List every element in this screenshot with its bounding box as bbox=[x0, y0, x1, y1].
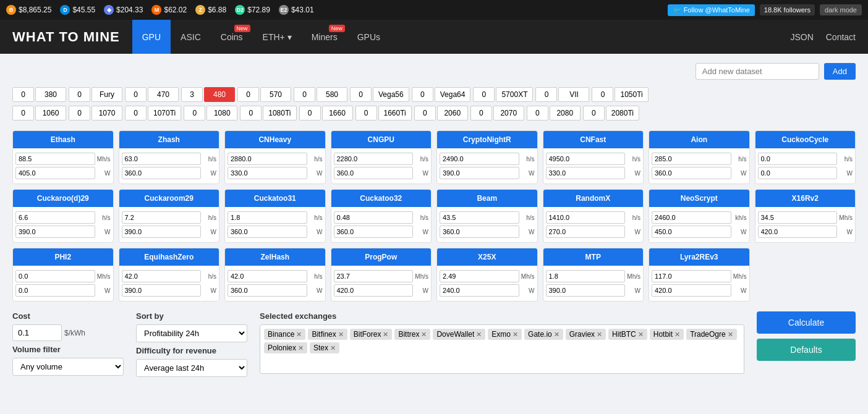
nav-link-asic[interactable]: ASIC bbox=[171, 20, 211, 54]
algo-header-ethash[interactable]: Ethash bbox=[13, 131, 113, 148]
algo-hashrate-input[interactable] bbox=[652, 153, 731, 165]
algo-power-input[interactable] bbox=[758, 226, 838, 238]
algo-header-zelhash[interactable]: ZelHash bbox=[225, 248, 325, 266]
calculate-button[interactable]: Calculate bbox=[757, 311, 856, 334]
algo-power-input[interactable] bbox=[122, 226, 202, 238]
algo-power-input[interactable] bbox=[15, 167, 95, 179]
exchange-remove-dovewallet[interactable]: ✕ bbox=[476, 331, 482, 339]
algo-hashrate-input[interactable] bbox=[334, 270, 414, 282]
algo-power-input[interactable] bbox=[122, 284, 202, 297]
algo-hashrate-input[interactable] bbox=[228, 211, 307, 224]
algo-power-input[interactable] bbox=[334, 226, 414, 238]
nav-link-eth+[interactable]: ETH+ ▾ bbox=[253, 20, 302, 54]
algo-header-cryptonightr[interactable]: CryptoNightR bbox=[437, 131, 537, 148]
gpu-count-580[interactable] bbox=[294, 87, 315, 102]
algo-hashrate-input[interactable] bbox=[652, 211, 731, 224]
exchange-remove-tradeogre[interactable]: ✕ bbox=[728, 331, 733, 339]
nav-link-gpus[interactable]: GPUs bbox=[347, 20, 390, 54]
nav-right-contact[interactable]: Contact bbox=[826, 32, 856, 42]
volume-dropdown[interactable]: Any volume bbox=[12, 358, 124, 376]
gpu-count-1660[interactable] bbox=[299, 106, 321, 120]
algo-hashrate-input[interactable] bbox=[15, 211, 95, 224]
exchange-remove-bitforex[interactable]: ✕ bbox=[383, 331, 388, 339]
gpu-count-1080Ti[interactable] bbox=[240, 106, 262, 120]
algo-power-input[interactable] bbox=[652, 284, 731, 297]
nav-right-json[interactable]: JSON bbox=[790, 32, 813, 42]
algo-header-neoscrypt[interactable]: NeoScrypt bbox=[649, 190, 749, 207]
gpu-count-570[interactable] bbox=[237, 87, 259, 102]
algo-power-input[interactable] bbox=[334, 284, 414, 297]
algo-hashrate-input[interactable] bbox=[440, 153, 519, 165]
gpu-count-1070Ti[interactable] bbox=[125, 106, 147, 120]
exchange-remove-gate.io[interactable]: ✕ bbox=[554, 331, 560, 339]
algo-header-lyra2rev3[interactable]: Lyra2REv3 bbox=[649, 248, 749, 266]
gpu-count-Vega56[interactable] bbox=[350, 87, 372, 102]
algo-power-input[interactable] bbox=[440, 226, 519, 238]
algo-header-cuckaroom29[interactable]: Cuckaroom29 bbox=[119, 190, 219, 207]
gpu-count-1660Ti[interactable] bbox=[355, 106, 377, 120]
exchange-remove-hotbit[interactable]: ✕ bbox=[674, 331, 680, 339]
gpu-count-5700XT[interactable] bbox=[473, 87, 495, 102]
algo-hashrate-input[interactable] bbox=[122, 211, 202, 224]
gpu-count-2080[interactable] bbox=[527, 106, 548, 120]
exchange-remove-poloniex[interactable]: ✕ bbox=[298, 344, 304, 352]
algo-header-beam[interactable]: Beam bbox=[437, 190, 537, 207]
dataset-input[interactable] bbox=[696, 63, 819, 80]
exchange-remove-bitfinex[interactable]: ✕ bbox=[338, 331, 344, 339]
algo-header-zhash[interactable]: Zhash bbox=[119, 131, 219, 148]
algo-hashrate-input[interactable] bbox=[228, 153, 307, 165]
algo-power-input[interactable] bbox=[758, 167, 838, 179]
exchange-remove-exmo[interactable]: ✕ bbox=[513, 331, 518, 339]
gpu-count-480[interactable] bbox=[181, 87, 203, 102]
algo-power-input[interactable] bbox=[440, 167, 519, 179]
gpu-count-Vega64[interactable] bbox=[412, 87, 433, 102]
cost-input[interactable] bbox=[12, 324, 62, 341]
algo-header-mtp[interactable]: MTP bbox=[543, 248, 644, 266]
exchange-remove-stex[interactable]: ✕ bbox=[330, 344, 336, 352]
gpu-count-2070[interactable] bbox=[470, 106, 492, 120]
algo-hashrate-input[interactable] bbox=[546, 153, 626, 165]
algo-header-cnfast[interactable]: CNFast bbox=[543, 131, 644, 148]
algo-power-input[interactable] bbox=[334, 167, 414, 179]
algo-hashrate-input[interactable] bbox=[122, 153, 202, 165]
algo-hashrate-input[interactable] bbox=[334, 153, 414, 165]
algo-hashrate-input[interactable] bbox=[546, 211, 626, 224]
gpu-count-1080[interactable] bbox=[184, 106, 205, 120]
nav-link-miners[interactable]: MinersNew bbox=[302, 20, 347, 54]
algo-header-phi2[interactable]: PHI2 bbox=[13, 248, 113, 266]
algo-power-input[interactable] bbox=[15, 226, 95, 238]
algo-power-input[interactable] bbox=[546, 226, 626, 238]
sort-dropdown[interactable]: Profitability 24h bbox=[136, 324, 247, 342]
algo-power-input[interactable] bbox=[228, 226, 307, 238]
gpu-count-VII[interactable] bbox=[535, 87, 557, 102]
gpu-count-2080Ti[interactable] bbox=[583, 106, 605, 120]
algo-hashrate-input[interactable] bbox=[15, 270, 95, 282]
defaults-button[interactable]: Defaults bbox=[757, 339, 856, 361]
algo-header-cnheavy[interactable]: CNHeavy bbox=[225, 131, 325, 148]
gpu-count-380[interactable] bbox=[12, 87, 34, 102]
algo-hashrate-input[interactable] bbox=[122, 270, 202, 282]
algo-hashrate-input[interactable] bbox=[440, 211, 519, 224]
nav-link-gpu[interactable]: GPU bbox=[132, 20, 171, 54]
algo-header-cuckoocycle[interactable]: CuckooCycle bbox=[755, 131, 856, 148]
algo-power-input[interactable] bbox=[652, 226, 731, 238]
exchange-remove-hitbtc[interactable]: ✕ bbox=[638, 331, 644, 339]
algo-hashrate-input[interactable] bbox=[758, 153, 838, 165]
algo-header-cuckaroo-d-29[interactable]: Cuckaroo(d)29 bbox=[13, 190, 113, 207]
algo-power-input[interactable] bbox=[652, 167, 731, 179]
algo-power-input[interactable] bbox=[546, 167, 626, 179]
algo-hashrate-input[interactable] bbox=[334, 211, 414, 224]
exchange-remove-bittrex[interactable]: ✕ bbox=[421, 331, 427, 339]
gpu-count-1060[interactable] bbox=[12, 106, 34, 120]
exchange-remove-graviex[interactable]: ✕ bbox=[597, 331, 602, 339]
algo-hashrate-input[interactable] bbox=[652, 270, 731, 282]
gpu-count-2060[interactable] bbox=[414, 106, 436, 120]
algo-header-randomx[interactable]: RandomX bbox=[543, 190, 644, 207]
algo-header-x25x[interactable]: X25X bbox=[437, 248, 537, 266]
algo-header-cuckatoo31[interactable]: Cuckatoo31 bbox=[225, 190, 325, 207]
gpu-count-Fury[interactable] bbox=[69, 87, 90, 102]
follow-button[interactable]: 🐦 Follow @WhatToMine bbox=[668, 4, 755, 16]
algo-header-aion[interactable]: Aion bbox=[649, 131, 749, 148]
algo-power-input[interactable] bbox=[15, 284, 95, 297]
algo-header-progpow[interactable]: ProgPow bbox=[331, 248, 432, 266]
